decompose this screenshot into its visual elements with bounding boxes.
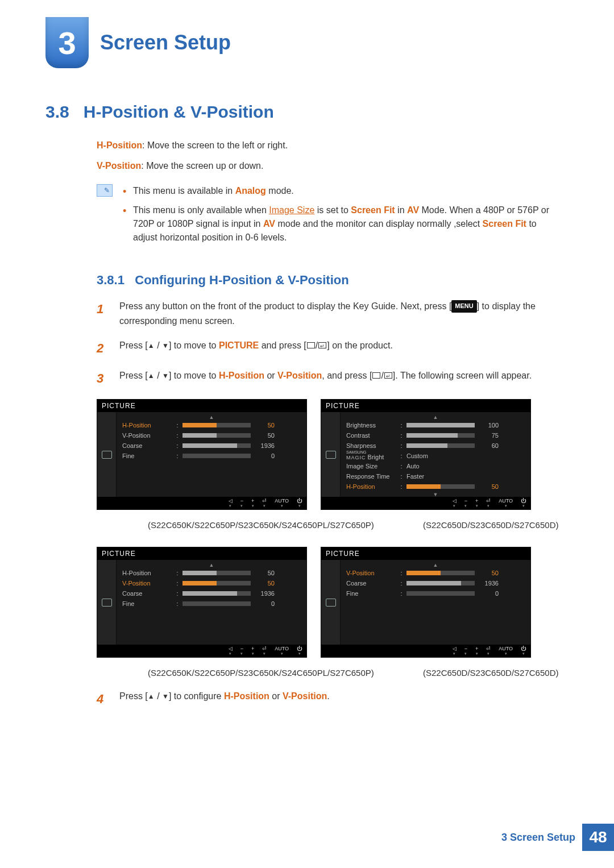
osd-button-bar: ◁▾ −▾ +▾ ⏎▾ AUTO▾ ⏻▾ [321, 645, 530, 657]
osd-item-label: V-Position [122, 432, 172, 439]
osd-item-text: Auto [406, 463, 420, 470]
osd-item: V-Position : 50 [122, 430, 301, 441]
osd-item: Fine : 0 [122, 451, 301, 461]
osd-btn-enter: ⏎▾ [486, 499, 491, 508]
osd-item-value: 1936 [254, 442, 275, 449]
step-item: 3 Press [▲ / ▼] to move to H-Position or… [97, 368, 563, 388]
osd-slider [182, 433, 251, 438]
osd-btn-back: ◁▾ [229, 499, 233, 508]
note-item: This menu is only available when Image S… [123, 203, 563, 244]
osd-panel: PICTURE ▲ Brightness : 100 Contrast : 75… [321, 399, 531, 510]
note-keyword: Analog [235, 186, 266, 196]
step-text: ] to configure [169, 691, 224, 701]
osd-btn-auto: AUTO▾ [275, 646, 289, 655]
osd-item-value: 0 [478, 590, 499, 597]
osd-item: SAMSUNGMAGIC Bright :Custom [346, 451, 525, 461]
osd-slider [182, 423, 251, 427]
section-heading: 3.8 H-Position & V-Position [45, 102, 563, 122]
note-text: in [395, 205, 407, 215]
note-icon: ✎ [97, 184, 113, 197]
osd-slider [182, 454, 251, 458]
osd-btn-power: ⏻▾ [297, 499, 302, 508]
osd-title: PICTURE [97, 547, 306, 560]
osd-item: H-Position : 50 [346, 481, 525, 492]
chapter-title: Screen Setup [100, 31, 231, 55]
osd-item-label: Coarse [122, 590, 172, 597]
definition-vposition: V-Position: Move the screen up or down. [97, 159, 563, 173]
osd-caption: (S22C650D/S23C650D/S27C650D) [423, 668, 563, 678]
osd-btn-auto: AUTO▾ [499, 499, 513, 508]
down-triangle-icon: ▼ [162, 340, 169, 351]
osd-item-label: Fine [346, 590, 396, 597]
osd-row: PICTURE ▲ H-Position : 50 V-Position : 5… [97, 547, 563, 658]
menu-key-icon: MENU [451, 300, 476, 313]
osd-item: Coarse : 1936 [346, 578, 525, 588]
note-text: This menu is only available when [133, 205, 269, 215]
osd-item-value: 0 [254, 452, 275, 459]
up-triangle-icon: ▲ [148, 691, 155, 702]
osd-title: PICTURE [97, 400, 306, 412]
vposition-desc: : Move the screen up or down. [141, 161, 263, 171]
down-triangle-icon: ▼ [162, 371, 169, 381]
scroll-up-icon: ▲ [346, 414, 525, 420]
osd-item-label: Image Size [346, 463, 396, 470]
osd-item: Fine : 0 [346, 588, 525, 599]
note-text: is set to [314, 205, 351, 215]
note-keyword: Screen Fit [351, 205, 395, 215]
step-number: 1 [97, 299, 109, 328]
step-body: Press [▲ / ▼] to move to PICTURE and pre… [119, 338, 563, 358]
osd-side-icon [321, 412, 341, 498]
step-number: 3 [97, 368, 109, 388]
osd-item: Fine : 0 [122, 599, 301, 609]
step-text: Press any button on the front of the pro… [119, 301, 451, 311]
hposition-term: H-Position [97, 140, 142, 150]
chapter-number-badge: 3 [45, 17, 89, 68]
osd-item-label: Contrast [346, 432, 396, 439]
osd-item-label: Coarse [122, 442, 172, 449]
osd-item-label: V-Position [346, 570, 396, 576]
step-item: 4 Press [▲ / ▼] to configure H-Position … [97, 689, 563, 709]
step-body: Press any button on the front of the pro… [119, 299, 563, 328]
osd-slider [406, 571, 475, 575]
osd-slider [182, 591, 251, 596]
osd-btn-auto: AUTO▾ [275, 499, 289, 508]
osd-slider [406, 484, 475, 489]
note-keyword: AV [407, 205, 419, 215]
step-number: 2 [97, 338, 109, 358]
step-text: ] on the product. [327, 340, 393, 350]
note-list: This menu is available in Analog mode. T… [123, 184, 563, 250]
osd-item-label: Sharpness [346, 442, 396, 449]
step-text: ]. The following screen will appear. [393, 371, 532, 380]
osd-row: PICTURE ▲ H-Position : 50 V-Position : 5… [97, 399, 563, 510]
steps-list: 1 Press any button on the front of the p… [97, 299, 563, 389]
enter-icon [384, 372, 392, 379]
osd-slider [406, 423, 475, 427]
osd-item-value: 50 [254, 422, 275, 429]
chapter-header: 3 Screen Setup [45, 17, 563, 68]
up-triangle-icon: ▲ [148, 340, 155, 351]
osd-button-bar: ◁▾ −▾ +▾ ⏎▾ AUTO▾ ⏻▾ [97, 645, 306, 657]
osd-btn-back: ◁▾ [453, 499, 457, 508]
step-text: , and press [ [322, 371, 372, 380]
step-item: 1 Press any button on the front of the p… [97, 299, 563, 328]
rect-icon [307, 342, 315, 348]
osd-btn-back: ◁▾ [453, 646, 457, 655]
step-keyword: H-Position [219, 371, 264, 380]
step-text: Press [ [119, 371, 148, 380]
osd-item: V-Position : 50 [122, 578, 301, 588]
osd-panel: PICTURE ▲ H-Position : 50 V-Position : 5… [97, 547, 307, 658]
osd-item: Coarse : 1936 [122, 441, 301, 451]
osd-btn-plus: +▾ [475, 646, 478, 655]
osd-side-icon [97, 412, 117, 498]
step-keyword: V-Position [277, 371, 322, 380]
osd-item: V-Position : 50 [346, 568, 525, 578]
osd-item-label: Fine [122, 452, 172, 459]
osd-item-value: 0 [254, 600, 275, 607]
osd-item-value: 100 [478, 422, 499, 429]
osd-slider [182, 571, 251, 575]
osd-item-value: 75 [478, 432, 499, 439]
osd-item-label: Brightness [346, 422, 396, 429]
osd-slider [182, 601, 251, 606]
osd-btn-power: ⏻▾ [297, 646, 302, 655]
osd-panel: PICTURE ▲ H-Position : 50 V-Position : 5… [97, 399, 307, 510]
